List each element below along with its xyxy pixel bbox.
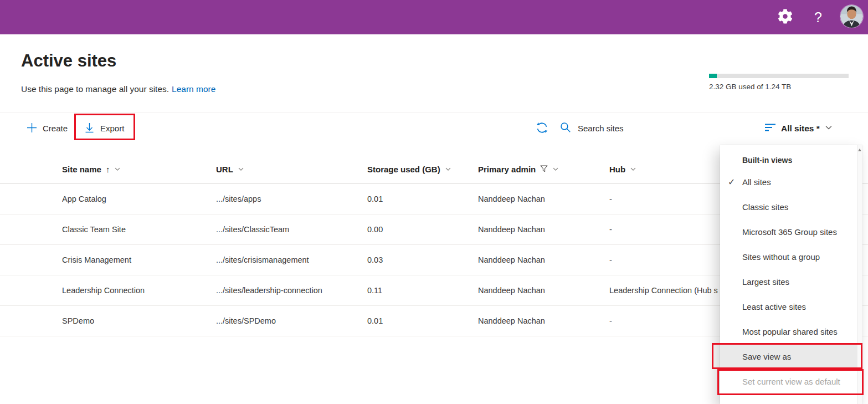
- column-label: Primary admin: [478, 165, 536, 174]
- cell-site-name[interactable]: Leadership Connection: [62, 286, 216, 295]
- avatar: [840, 5, 863, 29]
- help-button[interactable]: ?: [808, 0, 829, 34]
- cell-site-name[interactable]: Classic Team Site: [62, 225, 216, 234]
- description-text: Use this page to manage all your sites.: [21, 84, 169, 94]
- cell-site-name[interactable]: SPDemo: [62, 316, 216, 325]
- scroll-up-arrow-icon: [858, 149, 861, 151]
- menu-item-classic-sites[interactable]: Classic sites: [720, 195, 862, 219]
- menu-item-most-popular-shared-sites[interactable]: Most popular shared sites: [720, 319, 862, 344]
- cell-admin: Nanddeep Nachan: [478, 225, 609, 234]
- page-description: Use this page to manage all your sites.L…: [21, 84, 215, 94]
- question-mark-icon: ?: [814, 9, 822, 25]
- search-icon: [559, 121, 571, 135]
- export-button-label: Export: [100, 124, 124, 133]
- command-bar: Create Export: [0, 112, 868, 144]
- gear-icon: [778, 9, 793, 25]
- page-title: Active sites: [21, 51, 116, 71]
- cell-url: .../sites/leadership-connection: [216, 286, 367, 295]
- menu-item-set-current-view-as-default[interactable]: Set current view as default: [720, 369, 862, 394]
- cell-admin: Nanddeep Nachan: [478, 195, 609, 203]
- cell-url: .../sites/crisismanagement: [216, 255, 367, 264]
- download-icon: [84, 122, 95, 135]
- cell-storage: 0.01: [367, 195, 478, 203]
- cell-storage: 0.03: [367, 255, 478, 264]
- create-button-label: Create: [43, 124, 68, 133]
- column-header-url[interactable]: URL: [216, 165, 367, 174]
- sort-ascending-icon: ↑: [106, 165, 110, 174]
- menu-item-label: Most popular shared sites: [742, 327, 838, 336]
- filter-funnel-icon: [540, 165, 548, 174]
- menu-item-least-active-sites[interactable]: Least active sites: [720, 294, 862, 319]
- cell-storage: 0.00: [367, 225, 478, 234]
- menu-item-label: Largest sites: [742, 277, 789, 287]
- cell-admin: Nanddeep Nachan: [478, 286, 609, 295]
- learn-more-link[interactable]: Learn more: [172, 84, 215, 94]
- settings-button[interactable]: [774, 0, 795, 34]
- menu-item-save-view-as[interactable]: Save view as: [720, 344, 857, 369]
- menu-item-label: Classic sites: [742, 202, 788, 212]
- export-button[interactable]: Export: [81, 113, 127, 144]
- cell-site-name[interactable]: Crisis Management: [62, 255, 216, 264]
- cell-admin: Nanddeep Nachan: [478, 255, 609, 264]
- cell-url: .../sites/ClassicTeam: [216, 225, 367, 234]
- search-sites-input[interactable]: [577, 123, 667, 134]
- chevron-down-icon: [445, 165, 451, 174]
- menu-item-m365-group-sites[interactable]: Microsoft 365 Group sites: [720, 219, 862, 244]
- column-label: Hub: [609, 165, 625, 174]
- cell-site-name[interactable]: App Catalog: [62, 195, 216, 203]
- menu-item-sites-without-group[interactable]: Sites without a group: [720, 244, 862, 269]
- column-header-primary-admin[interactable]: Primary admin: [478, 165, 609, 174]
- search-sites-box: [559, 113, 667, 144]
- cell-storage: 0.01: [367, 316, 478, 325]
- cell-admin: Nanddeep Nachan: [478, 316, 609, 325]
- chevron-down-icon: [630, 165, 636, 174]
- create-button[interactable]: Create: [23, 113, 71, 144]
- storage-bar-fill: [709, 74, 717, 78]
- menu-scrollbar[interactable]: [857, 145, 862, 404]
- chevron-down-icon: [552, 165, 559, 174]
- sharepoint-admin-active-sites-page: ? Active sites: [0, 0, 868, 404]
- refresh-icon: [535, 121, 549, 136]
- column-label: Site name: [62, 165, 101, 174]
- column-label: Storage used (GB): [367, 165, 440, 174]
- menu-item-all-sites[interactable]: ✓ All sites: [720, 170, 862, 195]
- menu-item-label: Set current view as default: [742, 377, 840, 386]
- menu-item-label: Microsoft 365 Group sites: [742, 227, 837, 237]
- storage-usage-bar: [709, 74, 849, 78]
- view-selector-label: All sites *: [781, 124, 820, 134]
- chevron-down-icon: [114, 165, 121, 174]
- menu-item-label: Least active sites: [742, 302, 806, 311]
- menu-item-label: All sites: [742, 177, 771, 187]
- checkmark-icon: ✓: [728, 170, 735, 195]
- menu-item-largest-sites[interactable]: Largest sites: [720, 269, 862, 294]
- column-header-site-name[interactable]: Site name ↑: [62, 165, 216, 174]
- plus-icon: [27, 122, 37, 135]
- column-header-storage-used[interactable]: Storage used (GB): [367, 165, 478, 174]
- menu-section-header: Built-in views: [720, 151, 862, 170]
- chevron-down-icon: [238, 165, 244, 174]
- chevron-down-icon: [825, 124, 833, 133]
- app-top-bar: ?: [0, 0, 868, 34]
- refresh-button[interactable]: [531, 113, 553, 144]
- menu-item-label: Sites without a group: [742, 252, 820, 262]
- view-selector-menu: Built-in views ✓ All sites Classic sites…: [720, 145, 862, 404]
- account-avatar-button[interactable]: [839, 0, 864, 34]
- view-selector-button[interactable]: All sites *: [764, 113, 833, 144]
- menu-item-label: Save view as: [742, 352, 791, 361]
- cell-url: .../sites/SPDemo: [216, 316, 367, 325]
- column-label: URL: [216, 165, 233, 174]
- cell-url: .../sites/apps: [216, 195, 367, 203]
- view-list-icon: [764, 123, 776, 134]
- cell-storage: 0.11: [367, 286, 478, 295]
- storage-usage-label: 2.32 GB used of 1.24 TB: [709, 83, 791, 91]
